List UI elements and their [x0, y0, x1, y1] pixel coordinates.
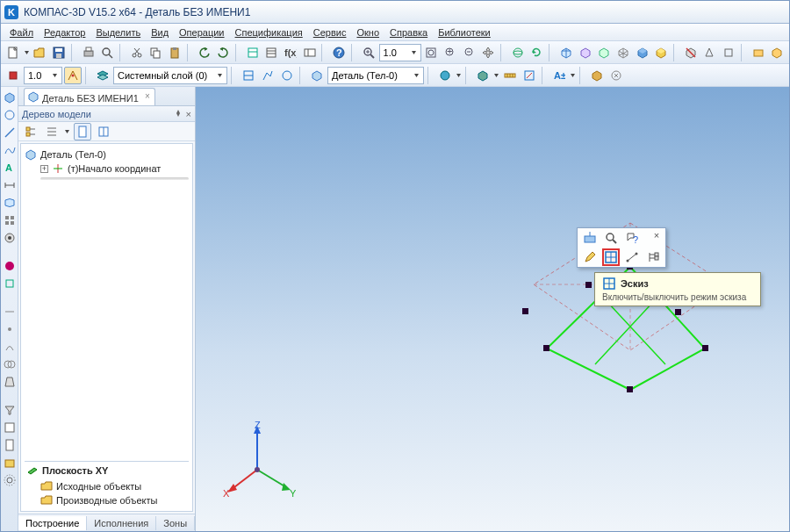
sketch-toggle-button[interactable] [521, 67, 538, 84]
thin-icon[interactable] [3, 305, 17, 319]
menu-edit[interactable]: Редактор [39, 25, 90, 40]
spec-icon[interactable] [3, 421, 17, 435]
constraint-icon[interactable] [3, 277, 17, 291]
close-icon[interactable]: × [143, 92, 152, 101]
lineweight-dd[interactable]: 1.0 [24, 67, 62, 84]
viewport[interactable]: Z X Y × ? [196, 87, 789, 531]
lib-icon[interactable] [3, 456, 17, 470]
snap-button[interactable] [64, 67, 82, 84]
bom-button[interactable] [263, 44, 281, 61]
mass-icon[interactable] [3, 375, 17, 389]
appearance-button[interactable] [607, 67, 625, 84]
cut-button[interactable] [128, 44, 146, 61]
paste-button[interactable] [166, 44, 183, 61]
tree-struct-icon[interactable] [95, 123, 112, 140]
handle[interactable] [543, 345, 549, 351]
zoom-in-button[interactable]: + [442, 44, 459, 61]
view-wire-button[interactable] [614, 44, 632, 61]
layer-dd[interactable]: Системный слой (0) [113, 67, 227, 84]
zoom-fit-button[interactable] [423, 44, 441, 61]
stop-button[interactable] [4, 67, 22, 84]
menu-operations[interactable]: Операции [174, 25, 229, 40]
view-shaded-edges-button[interactable] [652, 44, 670, 61]
print-button[interactable] [80, 44, 97, 61]
tool-sk2-button[interactable] [259, 67, 276, 84]
orbit-button[interactable] [509, 44, 527, 61]
menu-spec[interactable]: Спецификация [230, 25, 308, 40]
array-icon[interactable] [3, 213, 17, 227]
bodies-button[interactable] [308, 67, 326, 84]
cube-icon[interactable] [3, 90, 17, 104]
intersect-icon[interactable] [3, 357, 17, 371]
handle[interactable] [627, 386, 633, 392]
tree-flat-icon[interactable] [43, 123, 61, 140]
measure-button[interactable] [501, 67, 519, 84]
curve-icon[interactable] [3, 340, 17, 354]
color-icon[interactable] [3, 259, 17, 273]
handle[interactable] [675, 309, 681, 315]
menu-file[interactable]: Файл [4, 25, 39, 40]
popup-sketch-icon[interactable] [602, 248, 620, 266]
handle[interactable] [702, 345, 708, 351]
section-button[interactable] [682, 44, 700, 61]
tree-deriv[interactable]: Производные объекты [25, 493, 189, 507]
popup-zoom-icon[interactable] [602, 229, 620, 247]
copy-button[interactable] [147, 44, 165, 61]
view-front-button[interactable] [577, 44, 594, 61]
render-button[interactable] [436, 67, 454, 84]
part-dd[interactable]: Деталь (Тел-0) [327, 67, 424, 84]
material-button[interactable] [588, 67, 606, 84]
doc-tab[interactable]: Деталь БЕЗ ИМЕНИ1 × [24, 88, 155, 105]
tree-root[interactable]: Деталь (Тел-0) [25, 147, 189, 162]
refresh-button[interactable] [528, 44, 546, 61]
surface-icon[interactable] [3, 196, 17, 210]
dim-icon[interactable] [3, 178, 17, 192]
vars-button[interactable] [301, 44, 319, 61]
handle[interactable] [522, 308, 528, 314]
popup-edit-icon[interactable] [581, 248, 599, 266]
zoom-out-button[interactable] [461, 44, 478, 61]
simplify-button[interactable] [720, 44, 737, 61]
popup-close-icon[interactable]: × [651, 230, 662, 241]
perspective-button[interactable] [701, 44, 719, 61]
redo-button[interactable] [214, 44, 232, 61]
hole-icon[interactable] [3, 231, 17, 245]
display-button[interactable] [474, 67, 492, 84]
tool-b-button[interactable] [768, 44, 786, 61]
popup-normal-to-icon[interactable] [581, 229, 599, 247]
save-button[interactable] [50, 44, 68, 61]
open-button[interactable] [32, 44, 49, 61]
tab-build[interactable]: Построение [18, 516, 87, 530]
menu-libs[interactable]: Библиотеки [433, 25, 496, 40]
menu-select[interactable]: Выделить [90, 25, 146, 40]
tool-a-button[interactable] [750, 44, 767, 61]
new-button[interactable] [4, 44, 22, 61]
menu-window[interactable]: Окно [351, 25, 384, 40]
text-button[interactable]: A± [550, 67, 568, 84]
filter-icon[interactable] [3, 403, 17, 417]
tree-origin[interactable]: + (т)Начало координат [25, 162, 189, 176]
view-shaded-button[interactable] [634, 44, 651, 61]
expand-icon[interactable]: + [40, 165, 48, 173]
report-icon[interactable] [3, 438, 17, 452]
layers-button[interactable] [94, 67, 111, 84]
popup-tree-icon[interactable] [644, 248, 662, 266]
tree-plane[interactable]: Плоскость XY [25, 462, 189, 479]
tab-exec[interactable]: Исполнения [87, 516, 156, 530]
dropdown-caret-icon[interactable] [24, 47, 30, 59]
panel-close-icon[interactable]: × [186, 109, 191, 119]
settings-icon[interactable] [3, 473, 17, 487]
preview-button[interactable] [98, 44, 116, 61]
text-caret-icon[interactable] [570, 69, 576, 82]
popup-whatsthis-icon[interactable]: ? [623, 229, 641, 247]
menu-view[interactable]: Вид [146, 25, 174, 40]
fx-button[interactable]: f(x) [282, 44, 299, 61]
pan-button[interactable] [479, 44, 497, 61]
render-caret-icon[interactable] [456, 69, 462, 82]
tree-caret-icon[interactable] [64, 126, 70, 138]
zoom-value-input[interactable]: 1.0 [379, 44, 421, 61]
tool-sk3-button[interactable] [278, 67, 296, 84]
tree-tool-icon[interactable] [22, 123, 40, 140]
point-icon[interactable] [3, 322, 17, 336]
tree-doc-icon[interactable] [74, 123, 91, 140]
